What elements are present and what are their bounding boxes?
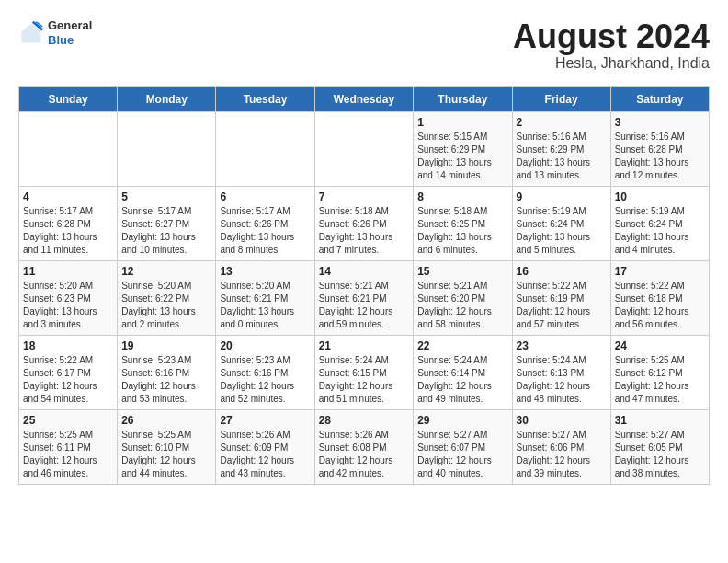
page-header: General Blue August 2024 Hesla, Jharkhan… — [18, 18, 710, 72]
day-number: 5 — [121, 190, 211, 203]
calendar-cell: 22Sunrise: 5:24 AM Sunset: 6:14 PM Dayli… — [414, 335, 512, 409]
weekday-header-sunday: Sunday — [19, 86, 118, 111]
day-number: 2 — [517, 116, 607, 129]
day-number: 14 — [319, 265, 410, 278]
calendar-cell: 13Sunrise: 5:20 AM Sunset: 6:21 PM Dayli… — [216, 260, 314, 335]
day-number: 13 — [220, 265, 310, 278]
calendar-cell: 7Sunrise: 5:18 AM Sunset: 6:26 PM Daylig… — [314, 186, 414, 260]
day-number: 12 — [121, 265, 211, 278]
calendar-cell: 15Sunrise: 5:21 AM Sunset: 6:20 PM Dayli… — [414, 260, 512, 335]
calendar-cell: 31Sunrise: 5:27 AM Sunset: 6:05 PM Dayli… — [610, 409, 709, 484]
calendar-table: SundayMondayTuesdayWednesdayThursdayFrid… — [18, 86, 710, 485]
calendar-cell: 23Sunrise: 5:24 AM Sunset: 6:13 PM Dayli… — [512, 335, 610, 409]
day-info: Sunrise: 5:15 AM Sunset: 6:29 PM Dayligh… — [417, 131, 507, 182]
logo-text: General Blue — [48, 18, 92, 47]
calendar-cell — [118, 111, 216, 186]
day-info: Sunrise: 5:21 AM Sunset: 6:20 PM Dayligh… — [417, 280, 507, 331]
calendar-cell: 6Sunrise: 5:17 AM Sunset: 6:26 PM Daylig… — [216, 186, 314, 260]
weekday-header-row: SundayMondayTuesdayWednesdayThursdayFrid… — [19, 86, 710, 111]
day-info: Sunrise: 5:19 AM Sunset: 6:24 PM Dayligh… — [615, 205, 705, 257]
calendar-cell: 28Sunrise: 5:26 AM Sunset: 6:08 PM Dayli… — [314, 409, 414, 484]
calendar-cell: 4Sunrise: 5:17 AM Sunset: 6:28 PM Daylig… — [19, 186, 118, 260]
day-number: 19 — [121, 339, 211, 352]
weekday-header-tuesday: Tuesday — [216, 86, 314, 111]
day-info: Sunrise: 5:26 AM Sunset: 6:08 PM Dayligh… — [319, 429, 410, 480]
calendar-cell: 24Sunrise: 5:25 AM Sunset: 6:12 PM Dayli… — [610, 335, 709, 409]
calendar-cell: 18Sunrise: 5:22 AM Sunset: 6:17 PM Dayli… — [19, 335, 118, 409]
day-number: 10 — [615, 190, 705, 203]
day-info: Sunrise: 5:27 AM Sunset: 6:06 PM Dayligh… — [517, 429, 607, 480]
day-number: 11 — [23, 265, 113, 278]
calendar-cell: 20Sunrise: 5:23 AM Sunset: 6:16 PM Dayli… — [216, 335, 314, 409]
calendar-cell: 9Sunrise: 5:19 AM Sunset: 6:24 PM Daylig… — [512, 186, 610, 260]
weekday-header-wednesday: Wednesday — [314, 86, 414, 111]
day-number: 15 — [417, 265, 507, 278]
day-number: 26 — [121, 414, 211, 427]
day-number: 4 — [23, 190, 113, 203]
calendar-cell: 17Sunrise: 5:22 AM Sunset: 6:18 PM Dayli… — [610, 260, 709, 335]
calendar-cell: 2Sunrise: 5:16 AM Sunset: 6:29 PM Daylig… — [512, 111, 610, 186]
day-number: 16 — [517, 265, 607, 278]
calendar-cell: 29Sunrise: 5:27 AM Sunset: 6:07 PM Dayli… — [414, 409, 512, 484]
title-block: August 2024 Hesla, Jharkhand, India — [513, 18, 710, 72]
day-info: Sunrise: 5:22 AM Sunset: 6:19 PM Dayligh… — [517, 280, 607, 331]
calendar-cell: 21Sunrise: 5:24 AM Sunset: 6:15 PM Dayli… — [314, 335, 414, 409]
day-info: Sunrise: 5:16 AM Sunset: 6:29 PM Dayligh… — [517, 131, 607, 182]
day-info: Sunrise: 5:27 AM Sunset: 6:05 PM Dayligh… — [615, 429, 705, 480]
logo-general: General — [48, 18, 92, 33]
calendar-cell — [314, 111, 414, 186]
day-info: Sunrise: 5:17 AM Sunset: 6:28 PM Dayligh… — [23, 205, 113, 257]
day-info: Sunrise: 5:24 AM Sunset: 6:15 PM Dayligh… — [319, 354, 410, 406]
calendar-cell: 27Sunrise: 5:26 AM Sunset: 6:09 PM Dayli… — [216, 409, 314, 484]
day-number: 18 — [23, 339, 113, 352]
day-number: 9 — [517, 190, 607, 203]
day-info: Sunrise: 5:19 AM Sunset: 6:24 PM Dayligh… — [517, 205, 607, 257]
calendar-cell: 16Sunrise: 5:22 AM Sunset: 6:19 PM Dayli… — [512, 260, 610, 335]
day-info: Sunrise: 5:25 AM Sunset: 6:10 PM Dayligh… — [121, 429, 211, 480]
calendar-cell: 26Sunrise: 5:25 AM Sunset: 6:10 PM Dayli… — [118, 409, 216, 484]
calendar-cell — [19, 111, 118, 186]
location-subtitle: Hesla, Jharkhand, India — [513, 55, 710, 72]
calendar-cell: 30Sunrise: 5:27 AM Sunset: 6:06 PM Dayli… — [512, 409, 610, 484]
calendar-week-row: 11Sunrise: 5:20 AM Sunset: 6:23 PM Dayli… — [19, 260, 710, 335]
day-number: 23 — [517, 339, 607, 352]
weekday-header-thursday: Thursday — [414, 86, 512, 111]
day-number: 22 — [417, 339, 507, 352]
day-info: Sunrise: 5:22 AM Sunset: 6:18 PM Dayligh… — [615, 280, 705, 331]
calendar-cell: 3Sunrise: 5:16 AM Sunset: 6:28 PM Daylig… — [610, 111, 709, 186]
month-year-title: August 2024 — [513, 18, 710, 55]
day-info: Sunrise: 5:25 AM Sunset: 6:12 PM Dayligh… — [615, 354, 705, 406]
calendar-week-row: 1Sunrise: 5:15 AM Sunset: 6:29 PM Daylig… — [19, 111, 710, 186]
day-number: 7 — [319, 190, 410, 203]
day-number: 3 — [615, 116, 705, 129]
logo-blue: Blue — [48, 33, 92, 48]
calendar-cell: 10Sunrise: 5:19 AM Sunset: 6:24 PM Dayli… — [610, 186, 709, 260]
weekday-header-friday: Friday — [512, 86, 610, 111]
day-number: 29 — [417, 414, 507, 427]
day-info: Sunrise: 5:18 AM Sunset: 6:25 PM Dayligh… — [417, 205, 507, 257]
day-number: 27 — [220, 414, 310, 427]
day-number: 30 — [517, 414, 607, 427]
day-number: 17 — [615, 265, 705, 278]
calendar-week-row: 25Sunrise: 5:25 AM Sunset: 6:11 PM Dayli… — [19, 409, 710, 484]
weekday-header-saturday: Saturday — [610, 86, 709, 111]
calendar-cell: 19Sunrise: 5:23 AM Sunset: 6:16 PM Dayli… — [118, 335, 216, 409]
day-info: Sunrise: 5:17 AM Sunset: 6:27 PM Dayligh… — [121, 205, 211, 257]
day-info: Sunrise: 5:24 AM Sunset: 6:14 PM Dayligh… — [417, 354, 507, 406]
day-number: 8 — [417, 190, 507, 203]
day-number: 31 — [615, 414, 705, 427]
calendar-cell: 5Sunrise: 5:17 AM Sunset: 6:27 PM Daylig… — [118, 186, 216, 260]
day-info: Sunrise: 5:16 AM Sunset: 6:28 PM Dayligh… — [615, 131, 705, 182]
calendar-cell: 11Sunrise: 5:20 AM Sunset: 6:23 PM Dayli… — [19, 260, 118, 335]
calendar-week-row: 18Sunrise: 5:22 AM Sunset: 6:17 PM Dayli… — [19, 335, 710, 409]
day-info: Sunrise: 5:25 AM Sunset: 6:11 PM Dayligh… — [23, 429, 113, 480]
day-number: 1 — [417, 116, 507, 129]
day-info: Sunrise: 5:20 AM Sunset: 6:21 PM Dayligh… — [220, 280, 310, 331]
day-info: Sunrise: 5:23 AM Sunset: 6:16 PM Dayligh… — [121, 354, 211, 406]
logo-icon — [18, 20, 44, 46]
logo: General Blue — [18, 18, 92, 47]
day-info: Sunrise: 5:22 AM Sunset: 6:17 PM Dayligh… — [23, 354, 113, 406]
day-info: Sunrise: 5:17 AM Sunset: 6:26 PM Dayligh… — [220, 205, 310, 257]
day-info: Sunrise: 5:18 AM Sunset: 6:26 PM Dayligh… — [319, 205, 410, 257]
day-number: 21 — [319, 339, 410, 352]
